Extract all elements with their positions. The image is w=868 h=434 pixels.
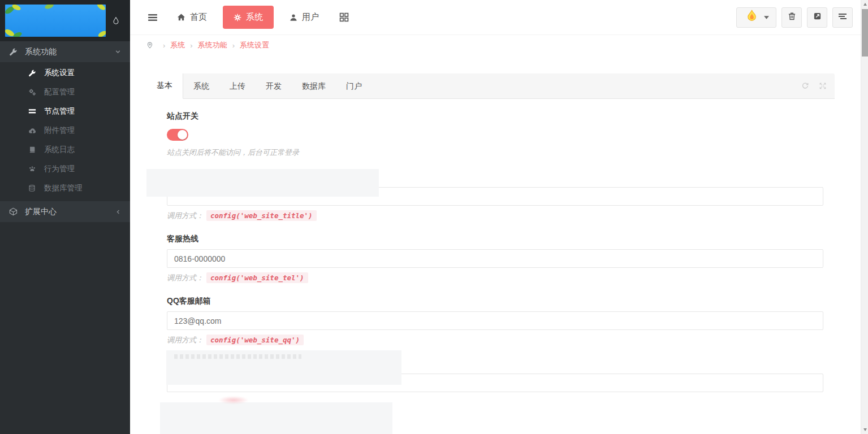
field-help-text: 调用方式： config('web_site_title') [167, 210, 835, 221]
sidebar-item-label: 行为管理 [44, 164, 75, 174]
refresh-icon[interactable] [801, 82, 809, 90]
breadcrumb-separator: › [190, 41, 192, 50]
config-code: config('web_site_title') [206, 210, 317, 221]
nav-item-label: 系统 [246, 12, 263, 23]
gear-icon [234, 14, 241, 21]
sidebar-submenu: 系统设置 配置管理 节点管理 [0, 62, 130, 199]
settings-tabbar: 基本 系统 上传 开发 数据库 门户 [146, 73, 835, 99]
field-label: QQ客服邮箱 [167, 296, 835, 306]
field-help-text: 站点关闭后将不能访问，后台可正常登录 [167, 147, 835, 158]
log-book-icon [28, 146, 38, 154]
site-switch-toggle[interactable] [167, 129, 188, 141]
scrollbar-down-arrow[interactable] [861, 426, 868, 434]
tab-upload[interactable]: 上传 [219, 73, 256, 99]
nav-item-system[interactable]: 系统 [223, 6, 274, 29]
field-label: 客服热线 [167, 234, 835, 244]
user-icon [290, 14, 297, 21]
scrollbar-up-arrow[interactable] [861, 0, 868, 8]
menu-list-button[interactable] [832, 7, 853, 28]
breadcrumb-separator: › [232, 41, 235, 50]
redacted-region-site-title [146, 169, 379, 197]
external-link-icon [813, 12, 822, 23]
scrollbar-thumb[interactable] [862, 9, 868, 57]
call-prefix: 调用方式： [167, 335, 204, 345]
theme-flame-dropdown-button[interactable] [736, 7, 776, 28]
tab-develop[interactable]: 开发 [256, 73, 292, 99]
admin-page: 系统功能 系统设置 配置管理 [0, 0, 868, 434]
wrench-icon [9, 47, 19, 56]
map-pin-icon [146, 41, 153, 49]
sidebar-menu-system-functions[interactable]: 系统功能 [0, 41, 130, 62]
redacted-region-site-logo [160, 402, 392, 434]
field-site-switch: 站点开关 站点关闭后将不能访问，后台可正常登录 [167, 111, 835, 158]
sidebar-toggle-icon[interactable] [144, 9, 161, 26]
redacted-region-site-slogan [166, 350, 401, 385]
call-prefix: 调用方式： [167, 211, 204, 221]
chevron-left-icon [115, 209, 121, 215]
site-qq-input[interactable] [167, 311, 823, 330]
sidebar-item-label: 数据库管理 [44, 183, 83, 193]
tab-basic[interactable]: 基本 [146, 73, 183, 99]
site-logo-image[interactable] [5, 5, 106, 37]
nav-item-label: 首页 [190, 12, 207, 23]
sidebar: 系统功能 系统设置 配置管理 [0, 0, 130, 434]
field-site-tel: 客服热线 调用方式： config('web_site_tel') [167, 234, 835, 283]
breadcrumb-separator: › [163, 41, 165, 50]
call-prefix: 调用方式： [167, 273, 204, 283]
field-help-text: 调用方式： config('web_site_tel') [167, 272, 835, 283]
clear-cache-trash-button[interactable] [781, 7, 802, 28]
sidebar-item-database-management[interactable]: 数据库管理 [0, 179, 130, 198]
breadcrumb-link-system-functions[interactable]: 系统功能 [198, 40, 227, 50]
tab-portal[interactable]: 门户 [336, 73, 372, 99]
breadcrumb-link-system[interactable]: 系统 [170, 40, 185, 50]
flame-icon [744, 8, 759, 26]
nav-item-home[interactable]: 首页 [169, 6, 215, 28]
sidebar-menu-extension-center[interactable]: 扩展中心 [0, 201, 130, 222]
sidebar-item-label: 附件管理 [44, 125, 75, 136]
cloud-upload-icon [28, 127, 38, 135]
field-site-qq: QQ客服邮箱 调用方式： config('web_site_qq') [167, 296, 835, 345]
blurred-pink-artifact [218, 396, 249, 404]
sidebar-item-label: 节点管理 [44, 106, 75, 116]
sidebar-item-system-settings[interactable]: 系统设置 [0, 63, 130, 83]
trash-icon [788, 12, 796, 23]
tab-system[interactable]: 系统 [183, 73, 219, 99]
sidebar-item-config-management[interactable]: 配置管理 [0, 83, 130, 102]
home-icon [177, 13, 185, 21]
list-icon [28, 107, 38, 115]
toggle-knob [178, 130, 187, 140]
field-label: 站点开关 [167, 111, 835, 121]
list-lines-icon [838, 12, 847, 23]
cogs-icon [28, 88, 38, 96]
sidebar-item-label: 系统设置 [44, 68, 75, 78]
fullscreen-icon[interactable] [819, 82, 827, 90]
water-drop-icon[interactable] [112, 16, 120, 25]
field-help-text: 调用方式： config('web_site_qq') [167, 335, 835, 345]
page-scrollbar[interactable] [861, 0, 868, 434]
sidebar-item-node-management[interactable]: 节点管理 [0, 102, 130, 121]
sidebar-item-behavior-management[interactable]: 行为管理 [0, 159, 130, 179]
tab-database[interactable]: 数据库 [292, 73, 336, 99]
sidebar-item-system-log[interactable]: 系统日志 [0, 140, 130, 159]
extension-cube-icon [9, 207, 19, 216]
navbar-right-tools [736, 7, 853, 28]
extension-center-label: 扩展中心 [25, 207, 57, 217]
nav-item-label: 用户 [302, 12, 319, 23]
nav-item-user[interactable]: 用户 [282, 6, 327, 28]
breadcrumb: › 系统 › 系统功能 › 系统设置 [130, 35, 861, 55]
site-tel-input[interactable] [167, 249, 823, 268]
behavior-paw-icon [28, 165, 38, 173]
menu-header-label: 系统功能 [25, 47, 57, 57]
logo-strip [0, 0, 130, 41]
breadcrumb-link-system-settings[interactable]: 系统设置 [240, 40, 269, 50]
sidebar-item-attachment-management[interactable]: 附件管理 [0, 121, 130, 140]
caret-down-icon [764, 16, 769, 19]
open-frontend-button[interactable] [807, 7, 827, 28]
blurred-text-artifact [174, 354, 301, 359]
apps-grid-icon[interactable] [336, 9, 352, 25]
top-navbar: 首页 系统 用户 [130, 0, 868, 35]
sidebar-item-label: 系统日志 [44, 145, 75, 155]
config-code: config('web_site_tel') [206, 272, 308, 283]
chevron-down-icon [115, 49, 121, 55]
database-icon [28, 184, 38, 192]
